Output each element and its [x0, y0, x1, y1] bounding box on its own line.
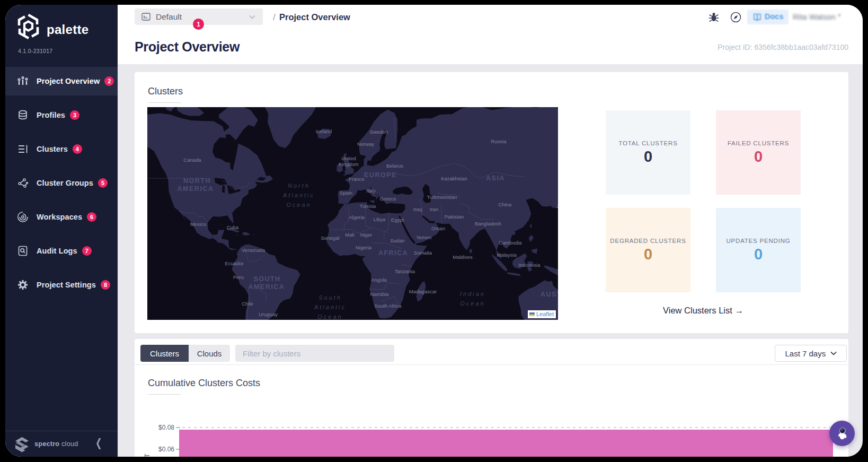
svg-text:Yemen: Yemen [416, 234, 431, 240]
svg-text:North: North [288, 182, 310, 189]
svg-text:Cuba: Cuba [227, 224, 239, 230]
svg-text:Japan: Japan [556, 203, 558, 209]
svg-text:Sweden: Sweden [370, 129, 388, 135]
svg-text:Ocean: Ocean [317, 313, 342, 320]
svg-text:Ocean: Ocean [460, 300, 485, 307]
svg-text:Venezuela: Venezuela [242, 247, 265, 253]
svg-text:ASIA: ASIA [486, 175, 505, 182]
svg-text:United: United [341, 155, 356, 161]
svg-text:Kingdom: Kingdom [339, 161, 359, 167]
svg-text:Iceland: Iceland [316, 128, 332, 134]
svg-text:Spain: Spain [340, 190, 352, 196]
svg-text:Italy: Italy [366, 188, 376, 194]
svg-text:AMERICA: AMERICA [249, 283, 285, 291]
svg-text:Peru: Peru [233, 274, 244, 280]
svg-text:Egypt: Egypt [391, 217, 404, 223]
svg-text:Ocean: Ocean [286, 202, 311, 208]
svg-text:Mexico: Mexico [190, 221, 206, 227]
svg-text:Uruguay: Uruguay [259, 311, 278, 317]
svg-text:NORTH: NORTH [183, 177, 211, 185]
svg-text:Niger: Niger [360, 232, 373, 238]
svg-text:Somalia: Somalia [414, 250, 432, 256]
svg-text:South: South [318, 294, 342, 301]
svg-text:China: China [499, 202, 512, 207]
svg-text:Senegal: Senegal [321, 235, 340, 241]
svg-text:SOUTH: SOUTH [253, 275, 280, 283]
svg-text:Angola: Angola [371, 277, 387, 283]
svg-text:Maldives: Maldives [453, 254, 473, 260]
svg-text:Sudan: Sudan [390, 238, 404, 243]
svg-text:Mali: Mali [345, 232, 354, 238]
svg-text:Chile: Chile [242, 301, 253, 307]
svg-text:Cambodia: Cambodia [499, 240, 522, 246]
svg-text:Turkmenistan: Turkmenistan [427, 194, 457, 200]
svg-text:Atlantic: Atlantic [314, 304, 346, 310]
svg-text:Nigeria: Nigeria [356, 245, 372, 250]
svg-text:Malaysia: Malaysia [497, 252, 517, 258]
svg-text:Indonesia: Indonesia [518, 262, 541, 268]
svg-text:AUSTRALIA: AUSTRALIA [541, 291, 558, 298]
svg-text:Canada: Canada [183, 157, 201, 163]
svg-text:Oman: Oman [431, 225, 445, 231]
svg-text:Greece: Greece [379, 196, 396, 202]
svg-text:Tunisia: Tunisia [360, 203, 376, 209]
svg-text:Norway: Norway [357, 141, 374, 147]
svg-text:Madagascar: Madagascar [409, 289, 437, 294]
svg-text:Pakistan: Pakistan [445, 214, 464, 220]
svg-text:France: France [349, 176, 365, 182]
svg-text:Iraq: Iraq [413, 206, 422, 212]
svg-text:Ecuador: Ecuador [225, 260, 243, 266]
svg-text:Indian: Indian [460, 291, 485, 297]
svg-text:Libya: Libya [374, 216, 386, 222]
svg-text:Algeria: Algeria [349, 214, 365, 220]
svg-text:South Africa: South Africa [374, 303, 402, 309]
svg-text:Namibia: Namibia [370, 291, 389, 297]
svg-text:AMERICA: AMERICA [178, 185, 214, 193]
svg-text:Kazakhstan: Kazakhstan [441, 176, 467, 181]
svg-text:AFRICA: AFRICA [378, 249, 408, 257]
svg-text:Belarus: Belarus [386, 163, 403, 169]
svg-text:Atlantic: Atlantic [282, 192, 315, 198]
svg-text:EUROPE: EUROPE [364, 171, 397, 179]
svg-text:Tanzania: Tanzania [395, 268, 415, 274]
svg-text:Russia: Russia [491, 138, 507, 144]
svg-text:Iran: Iran [430, 206, 438, 212]
svg-text:Bangladesh: Bangladesh [475, 221, 501, 226]
